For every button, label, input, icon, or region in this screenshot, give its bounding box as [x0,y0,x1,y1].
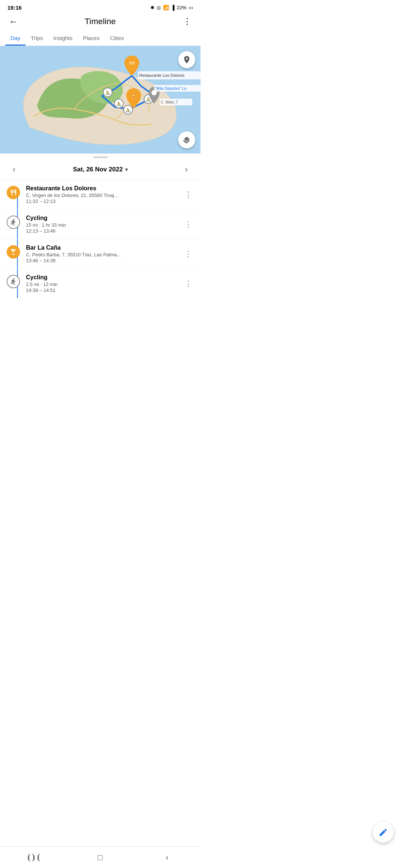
timeline-item-restaurant: Restaurante Los Dolores C. Virgen de los… [0,180,200,210]
cycling-detail-2: 2.5 mi · 12 min [26,282,183,287]
signal-icon: ▐ [171,5,175,10]
restaurant-address: C. Virgen de los Dolores, 21, 35560 Tina… [26,193,141,198]
bar-content: Bar La Caña C. Pedro Barba, 7, 35510 Tía… [26,244,183,263]
cycling-content-1: Cycling 15 mi · 1 hr 33 min 12:13 – 13:4… [26,215,183,234]
bar-icon [7,245,20,259]
sheet-handle [93,157,108,158]
cycling-content-2: Cycling 2.5 mi · 12 min 14:39 – 14:51 [26,274,183,293]
timeline-item-cycling-2: Cycling 2.5 mi · 12 min 14:39 – 14:51 ⋮ [0,269,200,298]
svg-text:"Más Deportes" La: "Más Deportes" La [155,86,186,91]
app-header: ← Timeline ⋮ [0,13,200,30]
status-bar: 19:16 ✱ ◎ 📶 ▐ 22% ▭ [0,0,200,13]
svg-text:🚴: 🚴 [116,101,121,106]
cycling-more-button-1[interactable]: ⋮ [183,220,194,229]
tab-cities[interactable]: Cities [105,30,129,46]
battery-icon: ▭ [189,5,193,10]
restaurant-icon [7,186,20,199]
date-label[interactable]: Sat, 26 Nov 2022 ▾ [73,166,127,173]
restaurant-name: Restaurante Los Dolores [26,185,183,192]
date-navigator: ‹ Sat, 26 Nov 2022 ▾ › [0,160,200,180]
cycling-icon-1 [7,216,20,229]
date-dropdown-icon: ▾ [125,167,128,172]
wifi-icon: 📶 [163,5,169,10]
bar-address: C. Pedro Barba, 7, 35510 Tías, Las Palma… [26,252,141,257]
tab-insights[interactable]: Insights [48,30,78,46]
cycling-detail-1: 15 mi · 1 hr 33 min [26,222,183,228]
location-button[interactable] [178,51,195,68]
cycling-name-1: Cycling [26,215,183,221]
cycling-time-1: 12:13 – 13:46 [26,228,183,234]
svg-text:Restaurante Los Dolores: Restaurante Los Dolores [139,73,185,78]
timeline-item-cycling-1: Cycling 15 mi · 1 hr 33 min 12:13 – 13:4… [0,210,200,239]
timeline-list: Restaurante Los Dolores C. Virgen de los… [0,180,200,328]
cycling-time-2: 14:39 – 14:51 [26,287,183,293]
status-icons: ✱ ◎ 📶 ▐ 22% ▭ [150,5,193,10]
bar-more-button[interactable]: ⋮ [183,249,194,259]
tab-trips[interactable]: Trips [26,30,48,46]
date-text: Sat, 26 Nov 2022 [73,166,123,173]
bar-time: 13:46 – 14:39 [26,258,183,263]
prev-date-button[interactable]: ‹ [7,165,21,174]
layers-button[interactable] [178,131,195,148]
timeline-item-bar: Bar La Caña C. Pedro Barba, 7, 35510 Tía… [0,239,200,269]
svg-text:🚴: 🚴 [105,90,110,95]
svg-text:C. Mato, 7: C. Mato, 7 [161,100,178,104]
svg-text:🍹: 🍹 [131,93,136,98]
restaurant-more-button[interactable]: ⋮ [183,190,194,200]
sheet-handle-area [0,154,200,160]
map-view[interactable]: 🚴 🚴 🚴 🚴 🍽 🍹 Restaurante Los Dolores "Más… [0,46,200,154]
tab-bar: Day Trips Insights Places Cities [0,30,200,46]
svg-text:🍽: 🍽 [130,60,134,66]
restaurant-content: Restaurante Los Dolores C. Virgen de los… [26,185,183,204]
location-icon: ◎ [157,5,161,10]
cycling-name-2: Cycling [26,274,183,281]
restaurant-time: 11:32 – 12:13 [26,198,183,204]
bar-name: Bar La Caña [26,244,183,251]
cycling-more-button-2[interactable]: ⋮ [183,279,194,289]
menu-button[interactable]: ⋮ [180,17,194,26]
bluetooth-icon: ✱ [150,5,154,10]
tab-places[interactable]: Places [78,30,105,46]
status-time: 19:16 [7,4,22,11]
next-date-button[interactable]: › [180,165,193,174]
tab-day[interactable]: Day [5,30,26,46]
back-button[interactable]: ← [7,16,20,27]
svg-text:🚴: 🚴 [125,108,131,113]
map-svg: 🚴 🚴 🚴 🚴 🍽 🍹 Restaurante Los Dolores "Más… [0,46,200,154]
page-title: Timeline [85,17,116,26]
battery-level: 22% [177,5,186,10]
cycling-icon-2 [7,275,20,288]
